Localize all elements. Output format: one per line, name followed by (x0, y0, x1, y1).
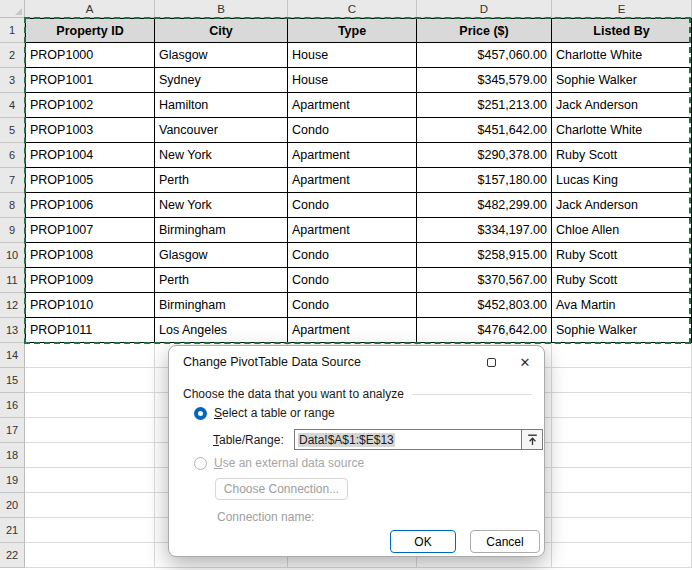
table-cell[interactable]: Birmingham (155, 218, 288, 243)
row-header[interactable]: 17 (0, 418, 25, 443)
grid-cell[interactable] (552, 518, 692, 543)
table-cell[interactable]: Jack Anderson (552, 193, 692, 218)
table-header-cell[interactable]: Listed By (552, 18, 692, 43)
grid-cell[interactable] (552, 368, 692, 393)
column-header[interactable]: E (552, 0, 692, 18)
table-cell[interactable]: PROP1009 (25, 268, 155, 293)
table-cell[interactable]: PROP1002 (25, 93, 155, 118)
grid-cell[interactable] (552, 418, 692, 443)
ok-button[interactable]: OK (390, 530, 456, 553)
table-cell[interactable]: Charlotte White (552, 118, 692, 143)
row-header[interactable]: 13 (0, 318, 25, 343)
table-cell[interactable]: $476,642.00 (417, 318, 552, 343)
table-cell[interactable]: PROP1007 (25, 218, 155, 243)
row-header[interactable]: 5 (0, 118, 25, 143)
table-cell[interactable]: Apartment (288, 168, 417, 193)
collapse-dialog-button[interactable] (521, 429, 543, 450)
row-header[interactable]: 2 (0, 43, 25, 68)
row-header[interactable]: 9 (0, 218, 25, 243)
table-cell[interactable]: Perth (155, 168, 288, 193)
row-header[interactable]: 10 (0, 243, 25, 268)
grid-cell[interactable] (552, 443, 692, 468)
table-cell[interactable]: Perth (155, 268, 288, 293)
table-cell[interactable]: Los Angeles (155, 318, 288, 343)
table-cell[interactable]: PROP1010 (25, 293, 155, 318)
table-cell[interactable]: Sophie Walker (552, 68, 692, 93)
table-cell[interactable]: Sophie Walker (552, 318, 692, 343)
table-cell[interactable]: Ruby Scott (552, 268, 692, 293)
grid-cell[interactable] (25, 493, 155, 518)
table-cell[interactable]: Jack Anderson (552, 93, 692, 118)
row-header[interactable]: 21 (0, 518, 25, 543)
table-cell[interactable]: PROP1008 (25, 243, 155, 268)
table-cell[interactable]: House (288, 68, 417, 93)
row-header[interactable]: 15 (0, 368, 25, 393)
table-cell[interactable]: $258,915.00 (417, 243, 552, 268)
table-cell[interactable]: Chloe Allen (552, 218, 692, 243)
table-cell[interactable]: $334,197.00 (417, 218, 552, 243)
table-cell[interactable]: Apartment (288, 218, 417, 243)
grid-cell[interactable] (25, 418, 155, 443)
choose-connection-button[interactable]: Choose Connection... (215, 478, 348, 500)
table-cell[interactable]: Sydney (155, 68, 288, 93)
table-cell[interactable]: Charlotte White (552, 43, 692, 68)
select-all-corner[interactable] (0, 0, 25, 18)
table-cell[interactable]: $482,299.00 (417, 193, 552, 218)
grid-cell[interactable] (25, 543, 155, 568)
grid-cell[interactable] (552, 393, 692, 418)
table-cell[interactable]: Condo (288, 293, 417, 318)
table-cell[interactable]: Apartment (288, 93, 417, 118)
grid-cell[interactable] (25, 468, 155, 493)
maximize-icon[interactable] (476, 351, 506, 374)
row-header[interactable]: 16 (0, 393, 25, 418)
row-header[interactable]: 22 (0, 543, 25, 568)
column-header[interactable]: C (288, 0, 417, 18)
row-header[interactable]: 19 (0, 468, 25, 493)
table-cell[interactable]: PROP1005 (25, 168, 155, 193)
table-cell[interactable]: PROP1001 (25, 68, 155, 93)
grid-cell[interactable] (25, 368, 155, 393)
table-cell[interactable]: PROP1006 (25, 193, 155, 218)
radio-on-icon[interactable] (194, 407, 207, 420)
grid-cell[interactable] (25, 393, 155, 418)
column-header[interactable]: A (25, 0, 155, 18)
table-cell[interactable]: PROP1003 (25, 118, 155, 143)
table-cell[interactable]: Ruby Scott (552, 243, 692, 268)
row-header[interactable]: 7 (0, 168, 25, 193)
grid-cell[interactable] (552, 543, 692, 568)
table-cell[interactable]: PROP1000 (25, 43, 155, 68)
radio-select-table-range[interactable]: Select a table or range (194, 406, 335, 420)
table-cell[interactable]: Vancouver (155, 118, 288, 143)
table-cell[interactable]: Birmingham (155, 293, 288, 318)
row-header[interactable]: 3 (0, 68, 25, 93)
table-cell[interactable]: Hamilton (155, 93, 288, 118)
row-header[interactable]: 18 (0, 443, 25, 468)
grid-cell[interactable] (552, 493, 692, 518)
column-header[interactable]: B (155, 0, 288, 18)
table-cell[interactable]: Condo (288, 268, 417, 293)
close-icon[interactable]: ✕ (510, 351, 540, 374)
table-header-cell[interactable]: City (155, 18, 288, 43)
table-header-cell[interactable]: Price ($) (417, 18, 552, 43)
grid-cell[interactable] (25, 518, 155, 543)
table-cell[interactable]: Condo (288, 243, 417, 268)
table-header-cell[interactable]: Property ID (25, 18, 155, 43)
radio-off-icon[interactable] (194, 457, 207, 470)
grid-cell[interactable] (552, 468, 692, 493)
table-cell[interactable]: $157,180.00 (417, 168, 552, 193)
table-cell[interactable]: House (288, 43, 417, 68)
table-cell[interactable]: PROP1011 (25, 318, 155, 343)
grid-cell[interactable] (25, 443, 155, 468)
table-cell[interactable]: Ruby Scott (552, 143, 692, 168)
table-cell[interactable]: PROP1004 (25, 143, 155, 168)
row-header[interactable]: 11 (0, 268, 25, 293)
table-cell[interactable]: Lucas King (552, 168, 692, 193)
grid-cell[interactable] (552, 343, 692, 368)
table-range-input[interactable]: Data!$A$1:$E$13 (294, 429, 522, 450)
column-header[interactable]: D (417, 0, 552, 18)
table-cell[interactable]: Condo (288, 193, 417, 218)
row-header[interactable]: 20 (0, 493, 25, 518)
table-cell[interactable]: New York (155, 143, 288, 168)
row-header[interactable]: 12 (0, 293, 25, 318)
row-header[interactable]: 4 (0, 93, 25, 118)
